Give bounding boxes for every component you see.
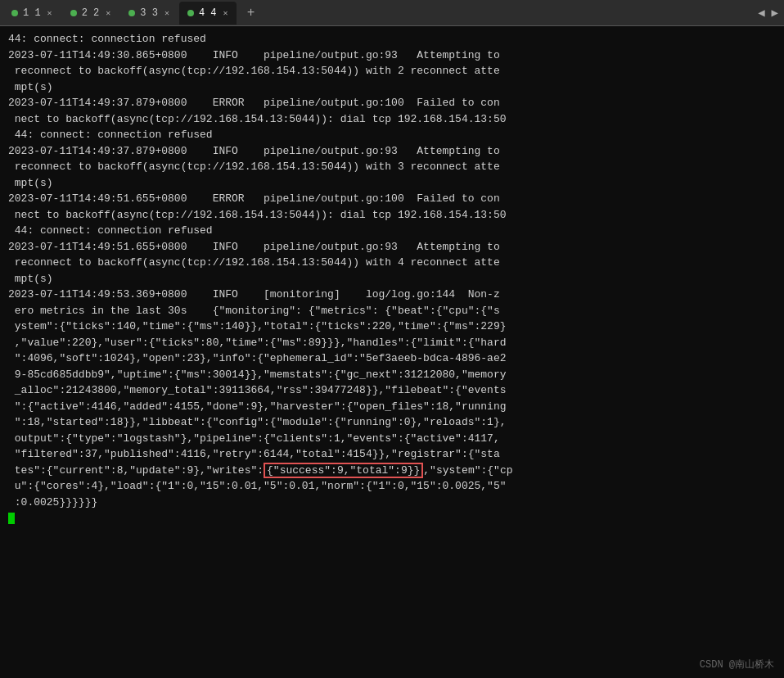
tab-3-label: 3 3 xyxy=(140,7,158,19)
cursor xyxy=(8,513,15,524)
tab-dot-1 xyxy=(11,10,18,16)
tab-2-close[interactable]: ✕ xyxy=(106,8,110,18)
tab-nav: ◀ ▶ xyxy=(755,6,781,20)
terminal-line: 44: connect: connection refused xyxy=(8,33,206,45)
terminal-line: 2023-07-11T14:49:53.369+0800 INFO [monit… xyxy=(8,288,513,508)
tab-dot-3 xyxy=(128,10,135,16)
highlight-success: {"success":9,"total":9}} xyxy=(264,463,423,478)
terminal-line: 2023-07-11T14:49:51.655+0800 ERROR pipel… xyxy=(8,192,507,237)
terminal-line: 2023-07-11T14:49:37.879+0800 INFO pipeli… xyxy=(8,145,500,189)
tab-4[interactable]: 4 4 ✕ xyxy=(179,2,237,25)
terminal-line: 2023-07-11T14:49:37.879+0800 ERROR pipel… xyxy=(8,97,507,141)
tab-nav-right[interactable]: ▶ xyxy=(769,6,781,20)
tab-bar: 1 1 ✕ 2 2 ✕ 3 3 ✕ 4 4 ✕ + ◀ ▶ xyxy=(0,0,784,26)
terminal-line: 2023-07-11T14:49:51.655+0800 INFO pipeli… xyxy=(8,241,500,285)
tab-4-label: 4 4 xyxy=(199,7,217,19)
terminal-body[interactable]: 44: connect: connection refused 2023-07-… xyxy=(0,26,784,678)
tab-2-label: 2 2 xyxy=(82,7,100,19)
terminal-line: 2023-07-11T14:49:30.865+0800 INFO pipeli… xyxy=(8,49,500,93)
tab-1-label: 1 1 xyxy=(23,7,41,19)
watermark: CSDN @南山桥木 xyxy=(700,658,774,671)
tab-4-close[interactable]: ✕ xyxy=(223,8,228,18)
tab-3-close[interactable]: ✕ xyxy=(164,8,169,18)
tab-dot-2 xyxy=(70,10,77,16)
tab-dot-4 xyxy=(187,10,194,16)
tab-1[interactable]: 1 1 ✕ xyxy=(3,2,61,25)
tab-3[interactable]: 3 3 ✕ xyxy=(120,2,178,25)
add-tab-button[interactable]: + xyxy=(241,3,261,23)
tab-2[interactable]: 2 2 ✕ xyxy=(62,2,119,25)
tab-nav-left[interactable]: ◀ xyxy=(755,6,767,20)
tab-1-close[interactable]: ✕ xyxy=(47,8,52,18)
